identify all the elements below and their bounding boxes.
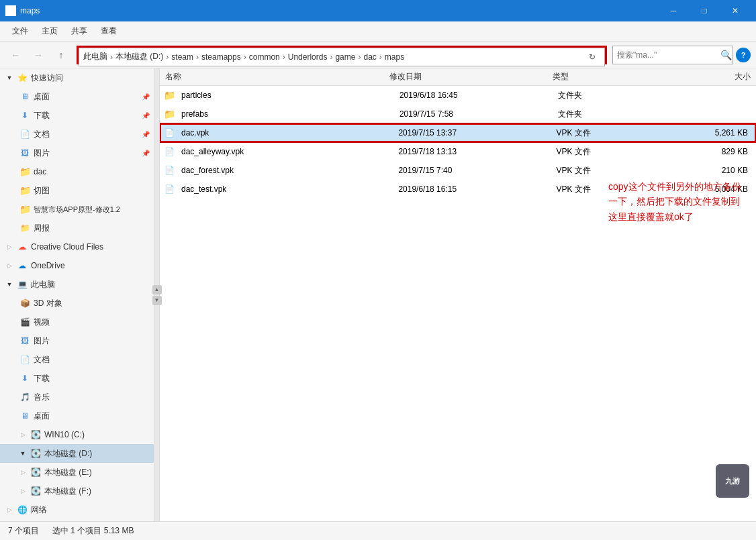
folder-icon: 📁 bbox=[162, 89, 176, 102]
path-dac[interactable]: dac bbox=[363, 52, 376, 62]
sidebar-thispc-label: 此电脑 bbox=[31, 279, 55, 290]
file-row[interactable]: 📁 particles 2019/6/18 16:45 文件夹 bbox=[160, 86, 756, 105]
sidebar-pictures[interactable]: 🖼 图片 📌 bbox=[0, 144, 154, 162]
pin-icon2: 📌 bbox=[142, 112, 150, 119]
sidebar-docs2-label: 文档 bbox=[34, 354, 50, 366]
help-button[interactable]: ? bbox=[736, 48, 751, 62]
refresh-button[interactable]: ↻ bbox=[584, 49, 600, 65]
sidebar-creative-cloud[interactable]: ▷ ☁ Creative Cloud Files bbox=[0, 237, 154, 256]
menu-share[interactable]: 共享 bbox=[64, 23, 94, 40]
folder-dac-icon: 📁 bbox=[19, 166, 31, 178]
pin-icon4: 📌 bbox=[142, 150, 150, 157]
sidebar-documents[interactable]: 📄 文档 📌 bbox=[0, 125, 154, 144]
sidebar-cutmap[interactable]: 📁 切图 bbox=[0, 181, 154, 200]
selected-info: 选中 1 个项目 5.13 MB bbox=[52, 525, 134, 537]
path-maps[interactable]: maps bbox=[385, 52, 404, 62]
col-header-name[interactable]: 名称 bbox=[162, 71, 387, 83]
svg-rect-1 bbox=[8, 13, 13, 15]
watermark-logo: 九游 bbox=[716, 464, 749, 498]
sidebar-drive-f[interactable]: ▷ 💽 本地磁盘 (F:) bbox=[0, 482, 154, 500]
sidebar-network[interactable]: ▷ 🌐 网络 bbox=[0, 500, 154, 519]
path-d[interactable]: 本地磁盘 (D:) bbox=[115, 51, 163, 62]
file-name: prefabs bbox=[179, 109, 397, 119]
search-bar: 🔍 bbox=[612, 46, 733, 64]
sidebar-resize-handle[interactable]: ▲ ▼ bbox=[154, 68, 160, 521]
address-path: 此电脑 › 本地磁盘 (D:) › steam › steamapps › co… bbox=[83, 51, 584, 62]
file-list-header: 名称 修改日期 类型 大小 bbox=[160, 68, 756, 86]
sidebar-drive-d[interactable]: ▼ 💽 本地磁盘 (D:) bbox=[0, 444, 154, 463]
pin-icon3: 📌 bbox=[142, 131, 150, 138]
sidebar-music[interactable]: 🎵 音乐 bbox=[0, 388, 154, 407]
docs2-icon: 📄 bbox=[19, 354, 31, 366]
file-row[interactable]: 📄 dac_forest.vpk 2019/7/15 7:40 VPK 文件 2… bbox=[160, 161, 756, 180]
path-steam[interactable]: steam bbox=[171, 52, 193, 62]
expand-arrow-quick: ▼ bbox=[5, 74, 13, 82]
sidebar-drive-e-label: 本地磁盘 (E:) bbox=[44, 467, 92, 478]
pin-icon: 📌 bbox=[142, 93, 150, 101]
sidebar-onedrive-label: OneDrive bbox=[31, 261, 65, 270]
file-date: 2019/7/18 13:13 bbox=[395, 147, 553, 156]
sidebar-download[interactable]: ⬇ 下载 📌 bbox=[0, 106, 154, 125]
col-header-size[interactable]: 大小 bbox=[661, 71, 753, 83]
menu-file[interactable]: 文件 bbox=[5, 23, 35, 40]
col-header-type[interactable]: 类型 bbox=[550, 71, 661, 83]
window-icon bbox=[5, 5, 16, 16]
3d-icon: 📦 bbox=[19, 297, 31, 309]
col-header-date[interactable]: 修改日期 bbox=[387, 71, 550, 83]
address-bar[interactable]: 此电脑 › 本地磁盘 (D:) › steam › steamapps › co… bbox=[79, 48, 605, 66]
path-common[interactable]: common bbox=[249, 52, 280, 62]
search-icon: 🔍 bbox=[720, 50, 732, 60]
svg-rect-0 bbox=[7, 7, 15, 13]
pictures2-icon: 🖼 bbox=[19, 335, 31, 347]
drive-e-icon: 💽 bbox=[30, 466, 42, 478]
search-input[interactable] bbox=[617, 50, 718, 60]
sidebar-dl2[interactable]: ⬇ 下载 bbox=[0, 369, 154, 388]
sidebar-video[interactable]: 🎬 视频 bbox=[0, 313, 154, 331]
sidebar-docs2[interactable]: 📄 文档 bbox=[0, 350, 154, 369]
creative-cloud-icon: ☁ bbox=[16, 241, 28, 253]
sidebar-quick-access[interactable]: ▼ ⭐ 快速访问 bbox=[0, 68, 154, 87]
status-bar: 7 个项目 选中 1 个项目 5.13 MB bbox=[0, 521, 756, 540]
sidebar-download-label: 下载 bbox=[34, 110, 50, 121]
menu-home[interactable]: 主页 bbox=[35, 23, 64, 40]
sidebar-pictures2-label: 图片 bbox=[34, 335, 50, 347]
minimize-button[interactable]: ─ bbox=[658, 0, 689, 21]
file-name: dac.vpk bbox=[179, 128, 395, 138]
file-row[interactable]: 📄 dac_alleyway.vpk 2019/7/18 13:13 VPK 文… bbox=[160, 142, 756, 161]
sidebar-desktop-label: 桌面 bbox=[34, 91, 50, 103]
sidebar-app-design[interactable]: 📁 智慧市场APP原型-修改1.2 bbox=[0, 200, 154, 219]
path-game[interactable]: game bbox=[335, 52, 355, 62]
sidebar-pictures-label: 图片 bbox=[34, 148, 50, 159]
file-date: 2019/6/18 16:45 bbox=[397, 91, 555, 100]
sidebar-weekly[interactable]: 📁 周报 bbox=[0, 219, 154, 237]
close-button[interactable]: ✕ bbox=[720, 0, 751, 21]
up-button[interactable]: ↑ bbox=[51, 45, 71, 65]
path-underlords[interactable]: Underlords bbox=[288, 52, 328, 62]
collapse-down-button[interactable]: ▼ bbox=[152, 296, 162, 305]
sidebar-drive-e[interactable]: ▷ 💽 本地磁盘 (E:) bbox=[0, 463, 154, 482]
sidebar-documents-label: 文档 bbox=[34, 129, 50, 140]
back-button[interactable]: ← bbox=[5, 45, 26, 65]
sidebar-drive-c[interactable]: ▷ 💽 WIN10 (C:) bbox=[0, 425, 154, 444]
sidebar-desktop[interactable]: 🖥 桌面 📌 bbox=[0, 87, 154, 106]
expand-onedrive-arrow: ▷ bbox=[5, 262, 13, 270]
file-row-selected[interactable]: 📄 dac.vpk 2019/7/15 13:37 VPK 文件 5,261 K… bbox=[160, 123, 756, 142]
file-date: 2019/7/15 13:37 bbox=[395, 128, 553, 138]
sidebar-weekly-label: 周报 bbox=[34, 223, 50, 234]
sidebar-dac[interactable]: 📁 dac bbox=[0, 162, 154, 181]
sidebar-onedrive[interactable]: ▷ ☁ OneDrive bbox=[0, 256, 154, 275]
file-row[interactable]: 📁 prefabs 2019/7/15 7:58 文件夹 bbox=[160, 105, 756, 123]
menu-view[interactable]: 查看 bbox=[94, 23, 124, 40]
sidebar-desktop2[interactable]: 🖥 桌面 bbox=[0, 407, 154, 425]
onedrive-icon: ☁ bbox=[16, 260, 28, 272]
sidebar-thispc[interactable]: ▼ 💻 此电脑 bbox=[0, 275, 154, 294]
path-steamapps[interactable]: steamapps bbox=[201, 52, 241, 62]
watermark: 九游 bbox=[716, 464, 749, 498]
sidebar-pictures2[interactable]: 🖼 图片 bbox=[0, 331, 154, 350]
collapse-up-button[interactable]: ▲ bbox=[152, 285, 162, 294]
restore-button[interactable]: □ bbox=[689, 0, 720, 21]
forward-button[interactable]: → bbox=[28, 45, 48, 65]
path-thispc[interactable]: 此电脑 bbox=[83, 51, 107, 62]
expand-cloud-arrow: ▷ bbox=[5, 243, 13, 251]
sidebar-3d[interactable]: 📦 3D 对象 bbox=[0, 294, 154, 313]
